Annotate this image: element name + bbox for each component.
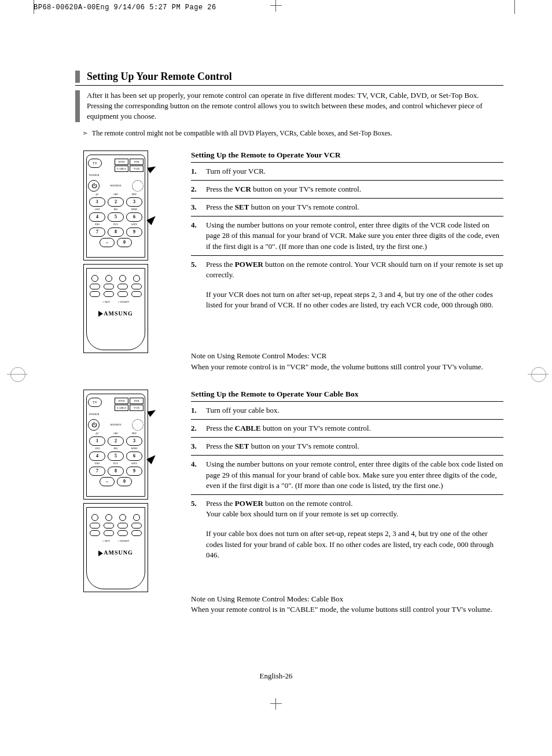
note-arrow-icon: ➣ bbox=[82, 129, 90, 138]
digit-8: 8 bbox=[108, 227, 124, 237]
step-item: 1.Turn off your cable box. bbox=[191, 402, 503, 420]
digit-1: 1 bbox=[89, 436, 105, 446]
stb-mode-button: STB bbox=[130, 398, 143, 404]
cable-mode-button: CABLE bbox=[115, 166, 128, 172]
step-number: 4. bbox=[191, 220, 206, 252]
remote-illustration-column: TV DVD STB CABLE VCR bbox=[75, 151, 185, 372]
vcr-setup-block: TV DVD STB CABLE VCR bbox=[75, 151, 503, 372]
step-text: Press the CABLE button on your TV's remo… bbox=[206, 423, 503, 434]
manual-page: BP68-00620A-00Eng 9/14/06 5:27 PM Page 2… bbox=[0, 0, 552, 756]
callout-arrow-icon bbox=[146, 453, 158, 464]
cable-mode-note: Note on Using Remote Control Modes: Cabl… bbox=[191, 594, 503, 615]
source-label: SOURCE bbox=[110, 184, 122, 187]
vcr-instructions: Setting Up the Remote to Operate Your VC… bbox=[185, 151, 503, 372]
function-button bbox=[117, 530, 128, 536]
step-number: 2. bbox=[191, 423, 206, 434]
remote-body-lower: ○ SET ○ RESET AMSUNG bbox=[86, 268, 145, 350]
digit-0: 0 bbox=[117, 477, 132, 486]
trim-mark-icon bbox=[34, 0, 34, 14]
function-button bbox=[104, 523, 114, 529]
number-pad: @! ABC DEF 1 2 3 GHI JKL MNO 4 5 6 bbox=[89, 193, 142, 237]
callout-arrow-icon bbox=[147, 163, 157, 173]
step-text: Turn off your cable box. bbox=[206, 405, 503, 416]
callout-arrow-icon bbox=[147, 408, 157, 417]
function-button bbox=[90, 530, 100, 536]
digit-5: 5 bbox=[108, 452, 124, 461]
remote-body: TV DVD STB CABLE VCR bbox=[86, 394, 145, 497]
step-number: 1. bbox=[191, 166, 206, 177]
callout-arrow-icon bbox=[146, 214, 158, 225]
number-pad: @! ABC DEF 1 2 3 GHI JKL MNO 4 5 6 bbox=[89, 432, 142, 476]
step-text: Press the VCR button on your TV's remote… bbox=[206, 184, 503, 194]
remote-upper-box: TV DVD STB CABLE VCR bbox=[83, 390, 148, 500]
step-text: Press the POWER button on the remote con… bbox=[206, 259, 503, 280]
function-button bbox=[117, 523, 128, 529]
step-text: Turn off your VCR. bbox=[206, 166, 503, 177]
transport-icon bbox=[119, 514, 126, 521]
step-text: Press the POWER button on the remote con… bbox=[206, 498, 503, 519]
dash-button: – bbox=[100, 477, 115, 486]
digit-0: 0 bbox=[117, 238, 132, 247]
step-text: Using the number buttons on your remote … bbox=[206, 459, 503, 491]
step-number: 4. bbox=[191, 459, 206, 491]
trim-mark-icon bbox=[514, 0, 515, 14]
transport-icon bbox=[91, 275, 98, 282]
divider bbox=[75, 85, 503, 86]
cable-fallback-note: If your cable box does not turn on after… bbox=[206, 529, 503, 560]
cable-mode-button: CABLE bbox=[115, 405, 128, 411]
digit-3: 3 bbox=[126, 197, 142, 207]
function-button bbox=[117, 284, 128, 289]
remote-lower-box: ○ SET ○ RESET AMSUNG bbox=[83, 503, 148, 592]
digit-3: 3 bbox=[126, 436, 142, 446]
dvd-mode-button: DVD bbox=[115, 159, 128, 165]
step-text: Press the SET button on your TV's remote… bbox=[206, 202, 503, 212]
cable-instructions: Setting Up the Remote to Operate Your Ca… bbox=[185, 390, 503, 615]
power-button: ⏻ bbox=[88, 180, 100, 192]
digit-1: 1 bbox=[89, 197, 105, 207]
power-label: POWER bbox=[89, 413, 143, 416]
step-number: 3. bbox=[191, 202, 206, 212]
tv-mode-button: TV bbox=[88, 398, 102, 407]
step-item: 5.Press the POWER button on the remote c… bbox=[191, 495, 503, 523]
source-button bbox=[132, 419, 143, 431]
step-number: 5. bbox=[191, 498, 206, 519]
function-button bbox=[131, 530, 142, 536]
source-label: SOURCE bbox=[110, 423, 122, 426]
registration-mark-icon bbox=[531, 367, 545, 381]
function-button bbox=[90, 523, 100, 529]
compatibility-note: ➣ The remote control might not be compat… bbox=[82, 129, 503, 138]
remote-body-lower: ○ SET ○ RESET AMSUNG bbox=[86, 507, 145, 589]
dash-button: – bbox=[100, 238, 115, 247]
cable-steps: 1.Turn off your cable box.2.Press the CA… bbox=[191, 402, 503, 523]
tv-mode-button: TV bbox=[88, 159, 102, 168]
power-button: ⏻ bbox=[88, 419, 100, 431]
transport-icon bbox=[105, 514, 112, 521]
callout-arrow-icon bbox=[98, 551, 103, 556]
transport-icon bbox=[91, 514, 98, 521]
registration-mark-icon bbox=[10, 367, 24, 381]
step-number: 5. bbox=[191, 259, 206, 280]
step-number: 1. bbox=[191, 405, 206, 416]
vcr-fallback-note: If your VCR does not turn on after set-u… bbox=[206, 289, 503, 310]
brand-logo: AMSUNG bbox=[88, 549, 143, 556]
dvd-mode-button: DVD bbox=[115, 398, 128, 404]
step-item: 2.Press the CABLE button on your TV's re… bbox=[191, 420, 503, 438]
step-text: Using the number buttons on your remote … bbox=[206, 220, 503, 252]
callout-arrow-icon bbox=[98, 311, 103, 317]
section-title: Setting Up Your Remote Control bbox=[75, 71, 503, 83]
vcr-steps: 1.Turn off your VCR.2.Press the VCR butt… bbox=[191, 163, 503, 284]
digit-7: 7 bbox=[89, 467, 105, 476]
cable-subtitle: Setting Up the Remote to Operate Your Ca… bbox=[191, 390, 503, 399]
function-button bbox=[104, 284, 114, 289]
digit-8: 8 bbox=[108, 467, 124, 476]
digit-4: 4 bbox=[89, 452, 105, 461]
digit-5: 5 bbox=[108, 212, 124, 222]
function-button bbox=[104, 291, 114, 297]
digit-2: 2 bbox=[108, 197, 124, 207]
stb-mode-button: STB bbox=[130, 159, 143, 165]
crop-mark-icon bbox=[270, 698, 282, 710]
step-item: 3.Press the SET button on your TV's remo… bbox=[191, 199, 503, 216]
crop-mark-icon bbox=[270, 0, 282, 12]
function-button bbox=[90, 284, 100, 289]
function-button bbox=[131, 523, 142, 529]
